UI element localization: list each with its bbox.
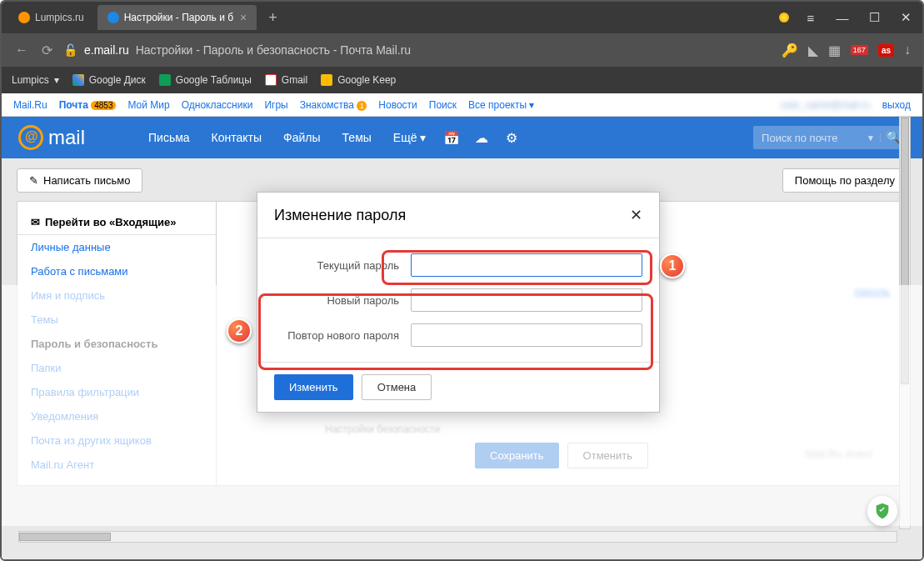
sidebar-item-letters[interactable]: Работа с письмами: [17, 259, 216, 283]
header-more[interactable]: Ещё ▾: [385, 131, 435, 144]
adguard-shield-icon[interactable]: [867, 496, 897, 526]
url-field[interactable]: 🔓 e.mail.ru Настройки - Пароль и безопас…: [63, 43, 773, 57]
at-icon: [18, 125, 43, 150]
horizontal-scrollbar[interactable]: [18, 531, 897, 543]
nav-mail[interactable]: Почта: [59, 99, 88, 111]
new-password-label: Новый пароль: [274, 294, 399, 307]
sheets-icon: [159, 74, 171, 86]
keep-icon: [321, 74, 332, 86]
tab-title: Настройки - Пароль и б: [124, 12, 233, 23]
header-themes[interactable]: Темы: [334, 131, 380, 144]
header-contacts[interactable]: Контакты: [203, 131, 270, 144]
user-email[interactable]: user_name@mail.ru: [780, 99, 870, 111]
header-letters[interactable]: Письма: [140, 131, 198, 144]
browser-url-bar: ← ⟳ 🔓 e.mail.ru Настройки - Пароль и без…: [2, 33, 922, 67]
back-icon[interactable]: ←: [13, 43, 30, 58]
nav-mailru[interactable]: Mail.Ru: [13, 99, 47, 111]
callout-number-2: 2: [227, 318, 252, 343]
browser-tab-bar: Lumpics.ru Настройки - Пароль и б × + ≡ …: [2, 2, 922, 33]
lock-icon: 🔓: [63, 43, 77, 57]
repeat-password-input[interactable]: [411, 323, 642, 347]
favicon-icon: [107, 12, 119, 23]
current-password-input[interactable]: [411, 253, 642, 277]
minimize-icon[interactable]: —: [832, 11, 852, 25]
browser-tab[interactable]: Lumpics.ru: [8, 5, 94, 30]
bookmark-drive[interactable]: Google Диск: [72, 74, 146, 86]
cloud-icon[interactable]: ☁: [469, 130, 494, 146]
drive-icon: [72, 74, 84, 86]
edit-icon: ✎: [29, 174, 38, 187]
change-password-modal: Изменение пароля ✕ Текущий пароль Новый …: [257, 192, 660, 413]
url-path: Настройки - Пароль и безопасность - Почт…: [136, 43, 411, 57]
nav-dating[interactable]: Знакомства: [300, 99, 354, 111]
nav-games[interactable]: Игры: [264, 99, 287, 111]
close-icon[interactable]: ✕: [896, 10, 916, 25]
current-password-label: Текущий пароль: [274, 259, 399, 272]
mail-search: ▼ 🔍: [753, 126, 906, 149]
bookmark-gmail[interactable]: Gmail: [265, 74, 307, 86]
gear-icon[interactable]: ⚙: [499, 130, 524, 146]
browser-tab-active[interactable]: Настройки - Пароль и б ×: [97, 5, 257, 30]
notification-badge[interactable]: 167: [851, 45, 868, 55]
lastfm-icon[interactable]: as: [878, 44, 894, 57]
callout-number-1: 1: [660, 253, 685, 278]
sidebar-inbox[interactable]: ✉ Перейти во «Входящие»: [17, 210, 216, 235]
envelope-icon: ✉: [31, 216, 40, 228]
bookmark-lumpics[interactable]: Lumpics ▾: [12, 74, 59, 86]
reload-icon[interactable]: ⟳: [38, 43, 55, 58]
search-dropdown-icon[interactable]: ▼: [862, 133, 881, 143]
new-password-input[interactable]: [411, 288, 642, 312]
nav-myworld[interactable]: Мой Мир: [127, 99, 169, 111]
gmail-icon: [265, 74, 277, 86]
bookmarks-bar: Lumpics ▾ Google Диск Google Таблицы Gma…: [2, 67, 922, 93]
header-files[interactable]: Файлы: [275, 131, 328, 144]
mailru-top-nav: Mail.Ru Почта 4853 Мой Мир Одноклассники…: [2, 93, 922, 117]
bookmark-keep[interactable]: Google Keep: [321, 74, 396, 86]
scrollbar-thumb[interactable]: [19, 533, 111, 541]
mail-count-badge: 4853: [91, 101, 116, 110]
modal-close-icon[interactable]: ✕: [630, 206, 642, 224]
tab-close-icon[interactable]: ×: [240, 11, 247, 24]
modal-submit-button[interactable]: Изменить: [274, 374, 353, 400]
nav-search[interactable]: Поиск: [429, 99, 457, 111]
tab-title: Lumpics.ru: [35, 12, 84, 23]
maximize-icon[interactable]: ☐: [864, 10, 884, 25]
traffic-icon: [779, 13, 789, 23]
nav-ok[interactable]: Одноклассники: [182, 99, 253, 111]
calendar-icon[interactable]: 📅: [439, 130, 464, 146]
mail-header: mail Письма Контакты Файлы Темы Ещё ▾ 📅 …: [2, 117, 922, 158]
logo-text: mail: [48, 126, 85, 149]
mail-logo[interactable]: mail: [18, 125, 85, 150]
modal-cancel-button[interactable]: Отмена: [362, 374, 432, 400]
new-tab-button[interactable]: +: [260, 9, 286, 27]
nav-exit[interactable]: выход: [882, 99, 911, 111]
favicon-icon: [18, 12, 30, 23]
url-domain: e.mail.ru: [84, 43, 129, 57]
modal-title: Изменение пароля: [274, 207, 406, 224]
bookmark-sheets[interactable]: Google Таблицы: [159, 74, 252, 86]
menu-icon[interactable]: ≡: [801, 11, 821, 25]
sidebar-item-personal[interactable]: Личные данные: [17, 235, 216, 259]
nav-news[interactable]: Новости: [378, 99, 417, 111]
repeat-password-label: Повтор нового пароля: [274, 329, 399, 342]
download-icon[interactable]: ↓: [904, 43, 911, 58]
nav-projects[interactable]: Все проекты ▾: [468, 99, 534, 111]
compose-button[interactable]: ✎ Написать письмо: [17, 168, 142, 193]
help-button[interactable]: Помощь по разделу: [782, 168, 907, 193]
bookmark-icon[interactable]: ◣: [808, 43, 818, 58]
extension-icon[interactable]: ▦: [828, 43, 841, 58]
dating-badge: 1: [357, 101, 367, 111]
search-input[interactable]: [753, 132, 862, 144]
key-icon[interactable]: 🔑: [782, 43, 798, 58]
